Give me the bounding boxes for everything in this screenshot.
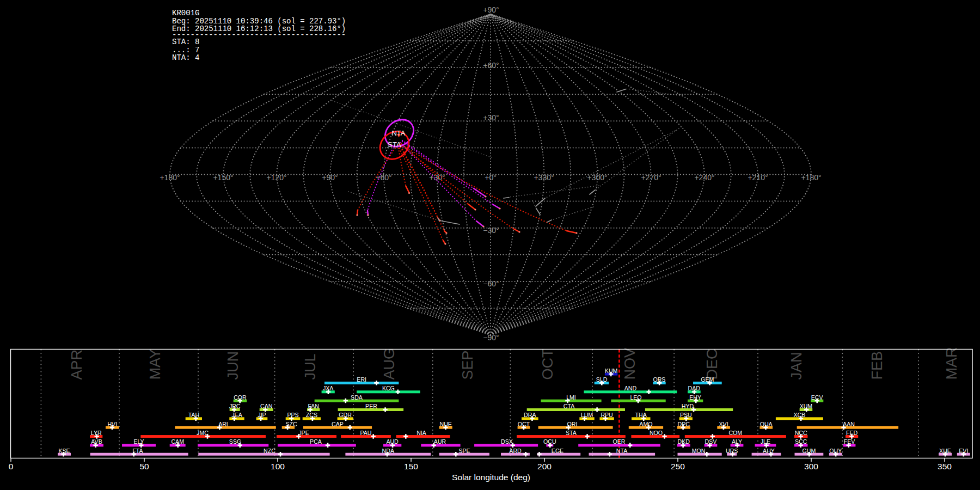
- svg-text:ZCS: ZCS: [306, 412, 317, 418]
- svg-text:JAN: JAN: [788, 352, 805, 379]
- svg-text:+150°: +150°: [213, 173, 233, 182]
- svg-text:DSV: DSV: [705, 438, 718, 445]
- svg-text:JUN: JUN: [225, 351, 241, 380]
- svg-text:+120°: +120°: [266, 173, 286, 182]
- svg-text:NTA: NTA: [391, 129, 405, 137]
- svg-text:HYD: HYD: [682, 403, 694, 409]
- svg-text:NTA: 4: NTA: 4: [172, 53, 199, 62]
- svg-text:+180°: +180°: [160, 173, 180, 182]
- svg-text:0: 0: [9, 462, 14, 471]
- svg-text:GEM: GEM: [701, 376, 714, 383]
- svg-text:STA: 8: STA: 8: [172, 38, 199, 46]
- svg-text:STA: STA: [566, 430, 577, 436]
- svg-text:OCT: OCT: [540, 349, 556, 380]
- svg-text:ELY: ELY: [133, 438, 144, 445]
- svg-text:THA: THA: [635, 412, 647, 418]
- svg-text:+0°: +0°: [485, 173, 497, 182]
- svg-text:SPE: SPE: [458, 448, 470, 454]
- svg-text:NTA: NTA: [616, 448, 628, 454]
- svg-text:JPE: JPE: [298, 430, 309, 436]
- svg-text:Solar longitude (deg): Solar longitude (deg): [452, 473, 530, 482]
- svg-text:DKD: DKD: [678, 438, 690, 445]
- svg-text:150: 150: [404, 462, 418, 471]
- svg-text:JLE: JLE: [761, 438, 770, 445]
- svg-text:+60°: +60°: [483, 61, 499, 70]
- svg-text:+30°: +30°: [429, 173, 445, 182]
- svg-text:+90°: +90°: [483, 5, 499, 14]
- svg-text:NIA: NIA: [416, 430, 427, 436]
- svg-text:AUG: AUG: [381, 348, 397, 380]
- svg-text:OER: OER: [613, 438, 626, 445]
- svg-text:350: 350: [938, 462, 952, 471]
- svg-text:LUM: LUM: [581, 412, 593, 418]
- svg-text:+30°: +30°: [483, 113, 499, 122]
- svg-text:+300°: +300°: [587, 173, 607, 182]
- svg-text:ERI: ERI: [357, 376, 366, 383]
- svg-text:LEO: LEO: [630, 394, 641, 401]
- svg-text:300: 300: [804, 462, 818, 471]
- svg-text:−30°: −30°: [483, 226, 499, 235]
- svg-text:SEP: SEP: [460, 350, 476, 379]
- svg-text:AUR: AUR: [434, 438, 446, 445]
- svg-text:STA: STA: [388, 140, 401, 149]
- svg-text:RPU: RPU: [601, 412, 612, 418]
- svg-text:AHY: AHY: [763, 448, 775, 454]
- svg-text:NOO: NOO: [650, 430, 663, 436]
- svg-text:DSX: DSX: [501, 438, 513, 445]
- svg-text:200: 200: [537, 462, 552, 471]
- svg-text:FEB: FEB: [869, 351, 885, 380]
- svg-text:+240°: +240°: [694, 173, 714, 182]
- svg-text:100: 100: [271, 462, 285, 471]
- svg-text:50: 50: [139, 462, 149, 471]
- svg-text:KCG: KCG: [382, 385, 395, 391]
- svg-text:NZC: NZC: [264, 448, 275, 454]
- svg-text:PAU: PAU: [360, 430, 372, 436]
- svg-text:SDA: SDA: [351, 394, 363, 401]
- svg-text:KR001G: KR001G: [172, 9, 199, 17]
- svg-text:−90°: −90°: [483, 333, 499, 342]
- svg-text:Beg: 20251110 10:39:46 (sol =: Beg: 20251110 10:39:46 (sol = 227.93°): [172, 17, 346, 26]
- svg-text:CTA: CTA: [564, 403, 575, 409]
- svg-text:AAN: AAN: [843, 421, 855, 427]
- svg-text:MAR: MAR: [944, 347, 960, 380]
- svg-text:EGE: EGE: [552, 448, 564, 454]
- svg-text:DEC: DEC: [704, 348, 720, 379]
- svg-text:XCB: XCB: [794, 412, 806, 418]
- svg-text:JUL: JUL: [302, 353, 318, 379]
- svg-text:AMO: AMO: [639, 421, 652, 427]
- svg-text:+330°: +330°: [534, 173, 554, 182]
- svg-text:DPC: DPC: [678, 421, 690, 427]
- svg-text:NOV: NOV: [622, 348, 638, 380]
- svg-text:APR: APR: [69, 350, 85, 380]
- svg-text:+210°: +210°: [748, 173, 768, 182]
- svg-text:MAY: MAY: [147, 349, 163, 380]
- svg-text:FEV: FEV: [844, 438, 856, 445]
- svg-text:250: 250: [671, 462, 685, 471]
- svg-text:CAN: CAN: [260, 403, 272, 409]
- svg-text:...: 7: ...: 7: [172, 46, 199, 54]
- svg-text:DRA: DRA: [524, 412, 536, 418]
- svg-text:PPS: PPS: [287, 412, 298, 418]
- svg-text:JIP: JIP: [258, 412, 266, 418]
- svg-text:JEA: JEA: [231, 412, 242, 418]
- svg-text:JRC: JRC: [229, 403, 241, 409]
- svg-text:+180°: +180°: [801, 173, 821, 182]
- svg-text:MON: MON: [692, 448, 706, 454]
- svg-text:−60°: −60°: [483, 279, 499, 288]
- svg-text:ARD: ARD: [509, 448, 522, 454]
- svg-text:PER: PER: [365, 403, 377, 409]
- svg-text:COM: COM: [728, 430, 742, 436]
- svg-text:+270°: +270°: [641, 173, 661, 182]
- svg-text:AND: AND: [624, 385, 637, 391]
- svg-text:PCA: PCA: [310, 438, 322, 445]
- svg-text:NDA: NDA: [382, 448, 395, 454]
- svg-text:CAP: CAP: [332, 421, 344, 427]
- svg-text:+90°: +90°: [322, 173, 338, 182]
- svg-text:TAH: TAH: [188, 412, 199, 418]
- svg-text:AVB: AVB: [91, 438, 102, 445]
